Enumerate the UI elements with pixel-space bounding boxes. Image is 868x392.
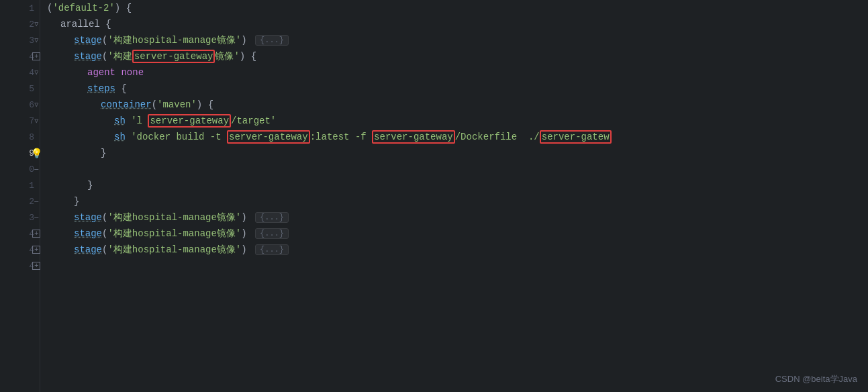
- plus-icon-14[interactable]: +: [32, 229, 41, 238]
- line-num-16: + 4: [29, 258, 34, 274]
- line-num-11: 1: [29, 177, 34, 193]
- highlight-server-gateway-1: server-gateway: [132, 50, 215, 63]
- fold-icon-10[interactable]: —: [32, 164, 41, 174]
- fold-icon-13[interactable]: —: [32, 213, 41, 222]
- line-num-13: — 3: [29, 209, 34, 226]
- code-editor: 1 ▽ 2 ▽ 3 + 4 ▽ 4: [0, 0, 868, 392]
- code-line-11: [47, 161, 868, 177]
- line-gutter: 1 ▽ 2 ▽ 3 + 4 ▽ 4: [0, 0, 40, 392]
- code-line-15: stage('构建hospital-manage镜像') {...}: [47, 226, 868, 242]
- code-line-8: sh 'l server-gateway/target': [47, 113, 868, 129]
- line-num-9: 💡 9: [29, 145, 34, 161]
- line-num-14: + 4: [29, 226, 34, 242]
- fold-icon-2[interactable]: ▽: [32, 19, 41, 29]
- code-line-4a: stage('构建server-gateway镜像') {: [47, 48, 868, 64]
- line-num-1: 1: [29, 0, 34, 16]
- watermark: CSDN @beita学Java: [775, 373, 857, 385]
- code-line-2: arallel {: [47, 16, 868, 32]
- code-line-5: agent none: [47, 64, 868, 81]
- code-line-7: container('maven') {: [47, 97, 868, 113]
- highlight-server-gateway-4: server-gateway: [372, 130, 455, 144]
- code-line-6: steps {: [47, 81, 868, 97]
- line-num-12: — 2: [29, 193, 34, 209]
- fold-icon-7[interactable]: ▽: [32, 116, 41, 126]
- line-num-2: ▽ 2: [29, 16, 34, 32]
- code-line-9: sh 'docker build -t server-gateway:lates…: [47, 129, 868, 145]
- code-line-3: stage('构建hospital-manage镜像') {...}: [47, 32, 868, 48]
- code-line-10: }: [47, 145, 868, 161]
- fold-icon-4b[interactable]: ▽: [32, 68, 41, 77]
- line-num-8: 8: [29, 129, 34, 145]
- code-content: ('default-2') { arallel { stage('构建hospi…: [40, 0, 868, 392]
- line-num-6: ▽ 6: [29, 97, 34, 113]
- highlight-server-gateway-2: server-gateway: [148, 114, 231, 128]
- highlight-server-gateway-3: server-gateway: [227, 130, 310, 144]
- bulb-icon-9[interactable]: 💡: [32, 148, 41, 158]
- line-num-4b: ▽ 4: [29, 64, 34, 81]
- line-num-15: + 4: [29, 242, 34, 258]
- plus-icon-4a[interactable]: +: [32, 52, 41, 61]
- line-num-5: 5: [29, 81, 34, 97]
- line-num-10: — 0: [29, 161, 34, 177]
- line-num-4a: + 4: [29, 48, 34, 64]
- highlight-server-gateway-5: server-gatew: [540, 130, 612, 144]
- code-line-1: ('default-2') {: [47, 0, 868, 16]
- plus-icon-16[interactable]: +: [32, 261, 41, 271]
- code-line-12: }: [47, 177, 868, 193]
- line-num-3: ▽ 3: [29, 32, 34, 48]
- code-line-14: stage('构建hospital-manage镜像') {...}: [47, 209, 868, 226]
- plus-icon-15[interactable]: +: [32, 245, 41, 254]
- code-line-13: }: [47, 193, 868, 209]
- fold-icon-6[interactable]: ▽: [32, 100, 41, 109]
- code-line-16: stage('构建hospital-manage镜像') {...}: [47, 242, 868, 258]
- fold-icon-12[interactable]: —: [32, 197, 41, 206]
- fold-icon-3[interactable]: ▽: [32, 36, 41, 45]
- line-num-7: ▽ 7: [29, 113, 34, 129]
